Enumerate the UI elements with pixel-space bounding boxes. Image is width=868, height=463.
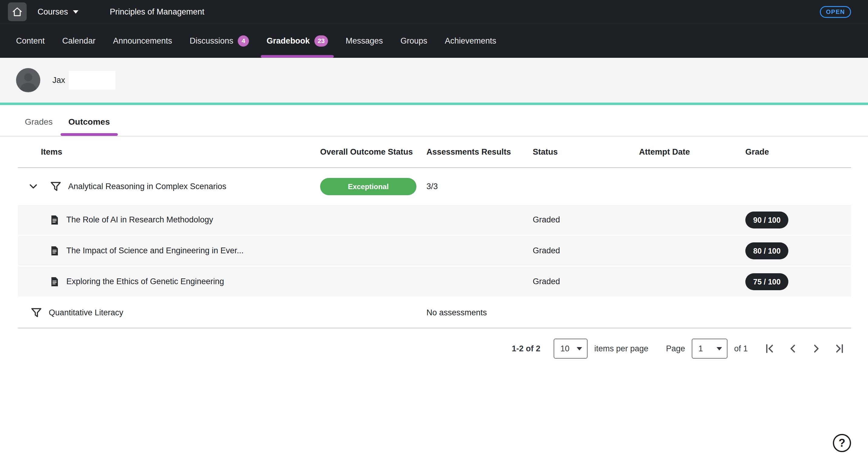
assessment-row[interactable]: The Impact of Science and Engineering in…	[18, 236, 851, 267]
col-header-overall-status: Overall Outcome Status	[320, 147, 427, 157]
col-header-items: Items	[18, 147, 320, 157]
page-label: Page	[666, 344, 685, 354]
courses-label: Courses	[37, 7, 68, 16]
outcome-funnel-icon	[50, 180, 62, 193]
nav-item-label: Calendar	[62, 36, 96, 46]
help-button[interactable]: ?	[833, 434, 851, 452]
assessment-row[interactable]: Exploring the Ethics of Genetic Engineer…	[18, 267, 851, 297]
col-header-status: Status	[533, 147, 639, 157]
page-count-label: of 1	[734, 344, 748, 354]
col-header-assessments-results: Assessments Results	[427, 147, 533, 157]
assessment-title: Exploring the Ethics of Genetic Engineer…	[66, 277, 224, 286]
outcome-row: Analytical Reasoning in Complex Scenario…	[18, 168, 851, 205]
outcome-row: Quantitative Literacy No assessments	[18, 297, 851, 328]
chevron-left-icon	[787, 342, 799, 355]
question-mark-icon: ?	[839, 437, 845, 450]
nav-item-gradebook[interactable]: Gradebook 23	[258, 24, 337, 58]
assessment-title: The Impact of Science and Engineering in…	[66, 246, 244, 255]
document-icon	[49, 276, 60, 288]
grade-pill: 75 / 100	[745, 273, 788, 290]
tab-grades[interactable]: Grades	[24, 117, 53, 136]
notification-badge: 23	[314, 35, 328, 46]
items-per-page-value: 10	[560, 344, 569, 354]
nav-item-messages[interactable]: Messages	[337, 24, 392, 58]
assessment-title: The Role of AI in Research Methodology	[66, 215, 213, 225]
page-number-select[interactable]: 1	[692, 339, 727, 359]
pagination-bar: 1-2 of 2 10 items per page Page 1 of 1	[0, 328, 868, 359]
nav-item-discussions[interactable]: Discussions 4	[181, 24, 258, 58]
nav-item-announcements[interactable]: Announcements	[104, 24, 181, 58]
notification-badge: 4	[238, 35, 249, 46]
last-page-button[interactable]	[833, 342, 846, 355]
nav-item-content[interactable]: Content	[7, 24, 54, 58]
name-redaction	[69, 71, 115, 90]
chevron-down-icon	[577, 347, 582, 351]
top-bar: Courses Principles of Management OPEN	[0, 0, 868, 24]
collapse-chevron-icon[interactable]	[26, 179, 40, 193]
grade-pill: 90 / 100	[745, 211, 788, 229]
chevron-down-icon	[717, 347, 722, 351]
home-icon	[12, 6, 23, 17]
outcomes-table: Items Overall Outcome Status Assessments…	[18, 136, 851, 328]
nav-item-label: Achievements	[445, 36, 496, 46]
outcome-title: Analytical Reasoning in Complex Scenario…	[68, 182, 226, 191]
home-button[interactable]	[8, 2, 27, 21]
page-number-value: 1	[699, 344, 703, 354]
nav-item-label: Content	[16, 36, 45, 46]
nav-item-label: Gradebook	[267, 36, 310, 46]
nav-item-calendar[interactable]: Calendar	[54, 24, 104, 58]
previous-page-button[interactable]	[786, 342, 800, 355]
assessment-status: Graded	[533, 277, 639, 286]
chevron-last-icon	[834, 342, 845, 355]
assessment-status: Graded	[533, 215, 639, 225]
nav-item-label: Discussions	[190, 36, 233, 46]
chevron-down-icon	[73, 10, 79, 13]
teal-divider	[0, 103, 868, 105]
avatar	[16, 68, 40, 92]
next-page-button[interactable]	[810, 342, 823, 355]
document-icon	[49, 214, 60, 226]
assessments-results: No assessments	[427, 308, 533, 318]
gradebook-tabs: Grades Outcomes	[0, 105, 868, 136]
first-page-button[interactable]	[763, 342, 776, 355]
chevron-first-icon	[764, 342, 776, 355]
learner-name: Jax	[52, 76, 65, 85]
pager-buttons	[763, 342, 846, 355]
assessments-results: 3/3	[427, 182, 533, 191]
items-per-page-label: items per page	[594, 344, 648, 354]
results-range: 1-2 of 2	[512, 344, 540, 354]
courses-dropdown[interactable]: Courses	[37, 7, 79, 16]
col-header-grade: Grade	[745, 147, 851, 157]
col-header-attempt-date: Attempt Date	[639, 147, 745, 157]
course-nav: Content Calendar Announcements Discussio…	[0, 24, 868, 58]
nav-item-groups[interactable]: Groups	[392, 24, 436, 58]
nav-item-label: Messages	[346, 36, 383, 46]
nav-item-label: Announcements	[113, 36, 172, 46]
assessment-row[interactable]: The Role of AI in Research Methodology G…	[18, 205, 851, 236]
grade-pill: 80 / 100	[745, 242, 788, 259]
learner-header[interactable]: Jax	[0, 58, 868, 103]
nav-item-label: Groups	[400, 36, 427, 46]
document-icon	[49, 245, 60, 257]
outcome-title: Quantitative Literacy	[49, 308, 123, 318]
outcome-funnel-icon	[30, 306, 43, 319]
table-header-row: Items Overall Outcome Status Assessments…	[18, 136, 851, 168]
course-title: Principles of Management	[110, 7, 205, 16]
items-per-page-select[interactable]: 10	[554, 339, 588, 359]
nav-item-achievements[interactable]: Achievements	[436, 24, 505, 58]
overall-status-pill: Exceptional	[320, 178, 416, 195]
tab-outcomes[interactable]: Outcomes	[68, 117, 111, 136]
chevron-right-icon	[810, 342, 822, 355]
assessment-status: Graded	[533, 246, 639, 255]
open-status-badge: OPEN	[820, 6, 851, 18]
